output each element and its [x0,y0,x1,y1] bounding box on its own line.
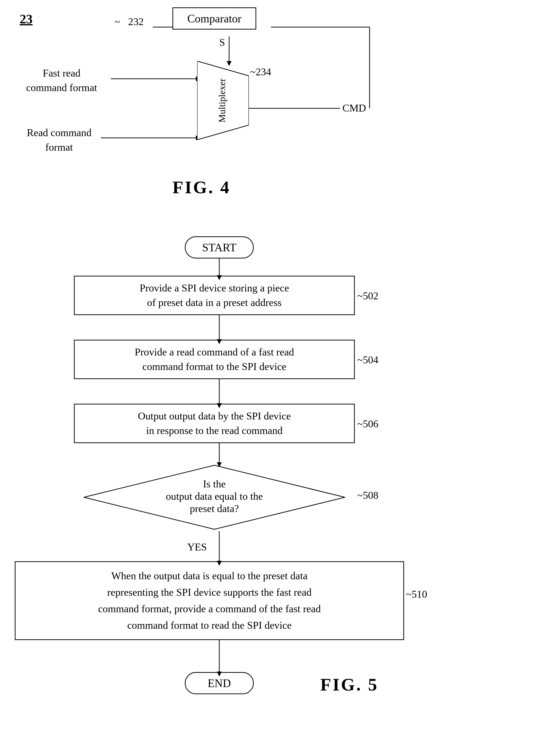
start-oval: START [185,236,254,258]
ref-234-label: ~234 [250,66,271,78]
fig4-caption: FIG. 4 [172,177,230,198]
box-504: Provide a read command of a fast readcom… [74,340,355,379]
ref-504: ~504 [357,354,379,366]
box-506-text: Output output data by the SPI devicein r… [138,409,291,438]
comparator-label: Comparator [187,12,241,25]
page-number: 23 [20,12,33,26]
box-510: When the output data is equal to the pre… [15,561,404,640]
ref-506: ~506 [357,418,379,430]
box-506: Output output data by the SPI devicein r… [74,404,355,443]
ref-232-label: 232 [128,16,144,28]
end-label: END [208,677,231,690]
svg-text:Multiplexer: Multiplexer [217,78,227,123]
box-502-text: Provide a SPI device storing a pieceof p… [140,281,289,310]
ref-232-tilde: ~ [114,16,120,28]
cmd-label: CMD [343,102,366,114]
start-label: START [202,241,236,254]
box-502: Provide a SPI device storing a pieceof p… [74,276,355,315]
yes-label: YES [187,541,207,553]
ref-502: ~502 [357,290,379,302]
read-cmd-label: Read commandformat [12,126,106,155]
ref-508: ~508 [357,489,379,501]
fast-read-label: Fast readcommand format [12,66,111,95]
comparator-box: Comparator [172,7,256,30]
diamond-508-container: Is the output data equal to the preset d… [74,463,355,532]
svg-text:output data equal to the: output data equal to the [166,491,263,502]
svg-text:Is the: Is the [203,478,226,490]
svg-text:preset data?: preset data? [190,503,239,514]
fig5-caption: FIG. 5 [320,675,379,695]
multiplexer-shape: Multiplexer [197,61,249,140]
ref-510: ~510 [406,588,427,600]
box-504-text: Provide a read command of a fast readcom… [134,345,294,374]
s-label: S [219,36,225,48]
box-510-text: When the output data is equal to the pre… [98,568,321,634]
end-oval: END [185,672,254,694]
